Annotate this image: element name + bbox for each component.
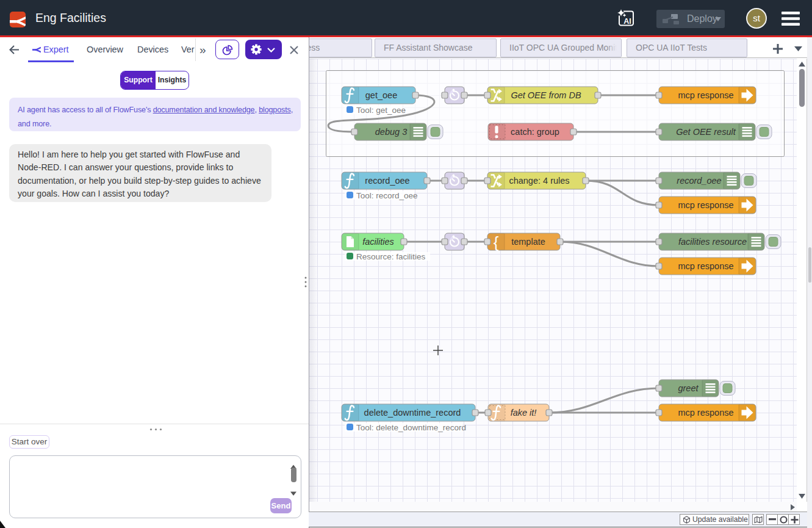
svg-text:template: template	[511, 237, 545, 247]
svg-text:Get OEE from DB: Get OEE from DB	[511, 90, 581, 100]
svg-text:Tool: delete_downtime_record: Tool: delete_downtime_record	[356, 423, 466, 432]
svg-text:mcp response: mcp response	[678, 408, 733, 418]
svg-text:Resource: facilities: Resource: facilities	[356, 252, 426, 261]
svg-text:facilities: facilities	[362, 237, 394, 247]
svg-text:catch: group: catch: group	[511, 127, 559, 137]
svg-text:record_oee: record_oee	[365, 176, 409, 186]
svg-text:mcp response: mcp response	[678, 90, 733, 100]
svg-text:greet: greet	[678, 383, 699, 393]
svg-text:mcp response: mcp response	[678, 261, 733, 271]
svg-text:delete_downtime_record: delete_downtime_record	[364, 408, 461, 418]
svg-text:get_oee: get_oee	[365, 90, 397, 100]
svg-text:change: 4 rules: change: 4 rules	[509, 176, 569, 186]
svg-text:fake it!: fake it!	[511, 408, 537, 418]
svg-text:debug 3: debug 3	[375, 127, 407, 137]
svg-text:record_oee: record_oee	[677, 176, 721, 186]
svg-text:Tool: get_oee: Tool: get_oee	[356, 106, 406, 115]
svg-text:mcp response: mcp response	[678, 200, 733, 210]
svg-text:Tool: record_oee: Tool: record_oee	[356, 191, 418, 200]
svg-text:facilities resource: facilities resource	[678, 237, 747, 247]
svg-text:{: {	[494, 233, 499, 251]
svg-text:Get OEE result: Get OEE result	[676, 127, 736, 137]
svg-text:AI: AI	[623, 17, 631, 26]
